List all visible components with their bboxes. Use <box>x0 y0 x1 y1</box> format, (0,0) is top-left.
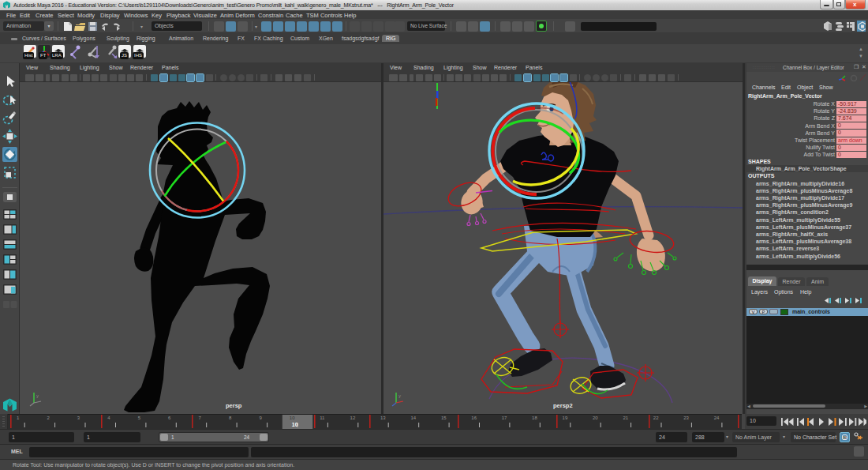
svg-text:24: 24 <box>714 415 720 420</box>
svg-text:10: 10 <box>290 415 295 420</box>
svg-text:21: 21 <box>623 415 628 420</box>
svg-text:15: 15 <box>441 415 447 420</box>
svg-text:y: y <box>398 393 401 398</box>
svg-text:11: 11 <box>320 415 325 420</box>
svg-text:10: 10 <box>292 422 298 427</box>
svg-text:18: 18 <box>532 415 537 420</box>
svg-text:12: 12 <box>350 415 356 420</box>
svg-text:persp: persp <box>226 402 242 409</box>
svg-text:13: 13 <box>380 415 386 420</box>
svg-text:22: 22 <box>653 415 659 420</box>
svg-text:14: 14 <box>411 415 417 420</box>
svg-text:y: y <box>36 393 39 398</box>
svg-text:19: 19 <box>563 415 568 420</box>
svg-text:20: 20 <box>593 415 598 420</box>
svg-text:16: 16 <box>471 415 477 420</box>
svg-text:persp2: persp2 <box>553 402 573 409</box>
svg-text:17: 17 <box>502 415 507 420</box>
svg-text:23: 23 <box>683 415 689 420</box>
